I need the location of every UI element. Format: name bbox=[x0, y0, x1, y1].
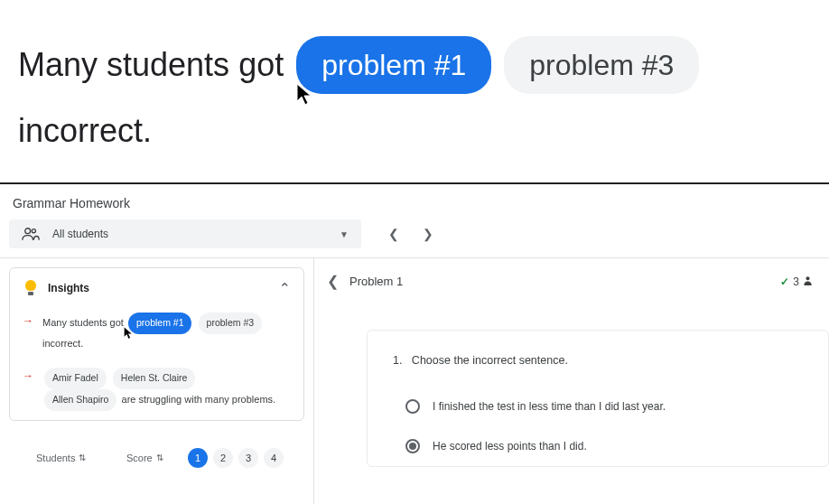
student-select-dropdown[interactable]: All students ▼ bbox=[9, 219, 361, 248]
app-title: Grammar Homework bbox=[0, 184, 829, 219]
svg-point-0 bbox=[25, 229, 31, 234]
insights-card: Insights ⌄ → Many students got problem #… bbox=[9, 267, 304, 421]
column-header-students[interactable]: Students ⇅ bbox=[36, 453, 126, 463]
student-chip[interactable]: Helen St. Claire bbox=[113, 368, 196, 389]
page-pill[interactable]: 2 bbox=[213, 448, 233, 468]
page-pill[interactable]: 1 bbox=[188, 448, 208, 468]
insight-text: are struggling with many problems. bbox=[122, 394, 276, 405]
back-button[interactable]: ❮ bbox=[327, 273, 339, 290]
student-select-label: All students bbox=[52, 228, 340, 240]
problem-title: Problem 1 bbox=[349, 275, 780, 288]
problem-stats: ✓ 3 bbox=[780, 275, 813, 288]
insights-title: Insights bbox=[48, 282, 279, 294]
student-chip[interactable]: Amir Fadel bbox=[44, 368, 107, 389]
hero-chip-problem-1[interactable]: problem #1 bbox=[296, 36, 491, 94]
insight-text: incorrect. bbox=[42, 338, 83, 349]
people-icon bbox=[22, 227, 43, 241]
insight-text: Many students got bbox=[42, 317, 124, 328]
answer-option[interactable]: He scored less points than I did. bbox=[393, 426, 803, 466]
radio-icon bbox=[405, 399, 420, 414]
hero-chip-problem-3[interactable]: problem #3 bbox=[504, 36, 699, 94]
sort-icon: ⇅ bbox=[156, 453, 163, 462]
arrow-right-icon: → bbox=[23, 314, 33, 353]
app-container: Grammar Homework All students ▼ ❮ ❯ Insi… bbox=[0, 182, 829, 504]
hero-suffix: incorrect. bbox=[18, 107, 811, 155]
hero-banner: Many students got problem #1 problem #3 … bbox=[0, 0, 829, 182]
stat-count: 3 bbox=[793, 275, 799, 288]
svg-point-1 bbox=[32, 229, 35, 233]
chevron-up-icon: ⌄ bbox=[279, 279, 291, 296]
page-pill[interactable]: 4 bbox=[264, 448, 284, 468]
column-header-score[interactable]: Score ⇅ bbox=[126, 453, 188, 463]
answer-option[interactable]: I finished the test in less time than I … bbox=[393, 387, 803, 426]
prev-button[interactable]: ❮ bbox=[388, 227, 399, 241]
option-text: I finished the test in less time than I … bbox=[433, 400, 666, 413]
person-icon bbox=[803, 275, 813, 288]
insight-item: → Many students got problem #1 problem #… bbox=[10, 307, 303, 362]
toolbar: All students ▼ ❮ ❯ bbox=[0, 219, 829, 257]
table-header: Students ⇅ Score ⇅ 1 2 3 4 bbox=[9, 421, 304, 471]
check-icon: ✓ bbox=[780, 275, 789, 288]
next-button[interactable]: ❯ bbox=[423, 227, 433, 241]
sort-icon: ⇅ bbox=[79, 453, 86, 462]
hero-prefix: Many students got bbox=[18, 41, 284, 89]
insight-chip-problem-1[interactable]: problem #1 bbox=[128, 313, 192, 334]
question-text: Choose the incorrect sentence. bbox=[412, 354, 568, 367]
arrow-right-icon: → bbox=[23, 369, 33, 411]
caret-down-icon: ▼ bbox=[340, 229, 349, 239]
page-pill[interactable]: 3 bbox=[238, 448, 258, 468]
radio-selected-icon bbox=[405, 439, 420, 453]
problem-card: 1. Choose the incorrect sentence. I fini… bbox=[367, 330, 829, 467]
insight-chip-problem-3[interactable]: problem #3 bbox=[199, 313, 263, 334]
insights-header[interactable]: Insights ⌄ bbox=[10, 268, 303, 307]
lightbulb-icon bbox=[23, 280, 39, 296]
insight-item: → Amir Fadel Helen St. Claire Allen Shap… bbox=[10, 362, 303, 420]
page-pills: 1 2 3 4 bbox=[188, 448, 284, 468]
left-panel: Insights ⌄ → Many students got problem #… bbox=[0, 258, 314, 504]
student-chip[interactable]: Allen Shapiro bbox=[44, 389, 116, 411]
right-panel: ❮ Problem 1 ✓ 3 1. Choose the incorrect … bbox=[314, 258, 829, 504]
svg-point-2 bbox=[806, 276, 809, 280]
question-number: 1. bbox=[393, 354, 402, 367]
option-text: He scored less points than I did. bbox=[433, 440, 587, 453]
